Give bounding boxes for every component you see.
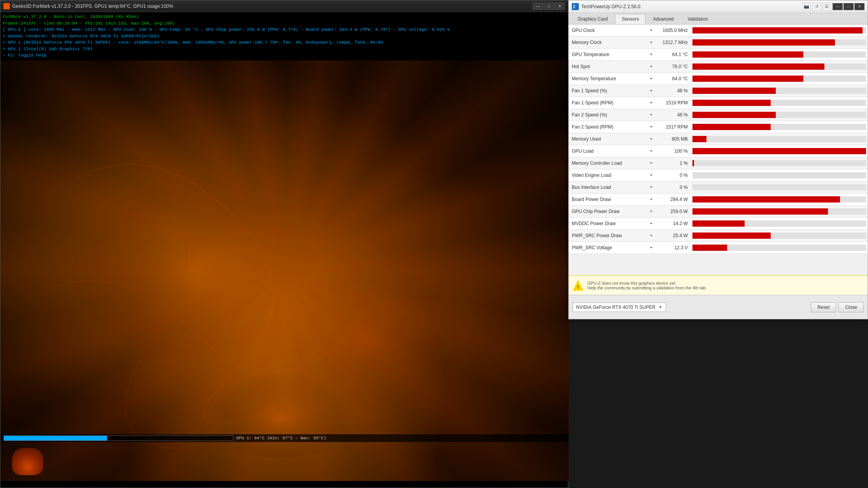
svg-text:Z: Z [573, 5, 575, 9]
sensor-value-16: 14.2 W [656, 221, 691, 226]
gpuz-window: Z TechPowerUp GPU-Z 2.56.0 📷 ↺ ☰ — □ ✕ G… [568, 0, 868, 319]
gpuz-minimize-button[interactable]: — [833, 3, 843, 10]
sensor-value-13: 0 % [656, 185, 691, 190]
sensor-dropdown-13[interactable] [647, 185, 656, 189]
sensor-dropdown-15[interactable] [647, 210, 656, 213]
sensor-name-6: Fan 1 Speed (RPM) [569, 100, 647, 106]
sensor-dropdown-16[interactable] [647, 222, 656, 226]
gpuz-toolbar: 📷 ↺ ☰ [802, 2, 833, 11]
sensor-dropdown-18[interactable] [647, 246, 656, 250]
gpuz-logo-icon: Z [572, 3, 579, 10]
sensor-bar-container-5 [692, 88, 866, 94]
svg-marker-11 [650, 102, 652, 104]
sensor-bar-container-14 [692, 196, 866, 203]
furmark-logo [4, 446, 51, 477]
furmark-titlebar: Geeks3D FurMark v1.37.2.0 - 201FPS, GPU1… [0, 0, 568, 12]
sensor-dropdown-10[interactable] [647, 149, 656, 153]
furmark-icon [4, 3, 10, 9]
svg-marker-9 [650, 78, 652, 79]
gpu-selector-text: NVIDIA GeForce RTX 4070 Ti SUPER [576, 305, 655, 310]
sensor-value-14: 284.4 W [656, 197, 691, 202]
gpu-temp-bar-fill [4, 436, 107, 440]
sensor-name-11: Memory Controller Load [569, 160, 647, 166]
tab-sensors[interactable]: Sensors [615, 14, 645, 24]
sensor-value-7: 48 % [656, 112, 691, 118]
sensor-row: Memory Used805 MB [569, 133, 868, 145]
sensor-value-10: 100 % [656, 148, 691, 154]
sensor-bar-11 [692, 160, 694, 166]
sensor-dropdown-7[interactable] [647, 113, 656, 117]
gpuz-warning-bar: GPU-Z does not know this graphics device… [569, 275, 868, 295]
sensor-row: Memory Controller Load1 % [569, 157, 868, 169]
gpuz-win-controls: — □ ✕ [833, 3, 864, 10]
tab-validation[interactable]: Validation [681, 14, 715, 24]
sensor-bar-container-15 [692, 208, 866, 215]
sensor-dropdown-14[interactable] [647, 197, 656, 201]
sensor-bar-15 [692, 208, 828, 215]
sensor-dropdown-1[interactable] [647, 41, 656, 44]
furmark-minimize-button[interactable]: — [533, 3, 543, 10]
svg-marker-10 [650, 90, 652, 92]
furmark-close-button[interactable]: ✕ [555, 3, 565, 10]
tab-graphics-card[interactable]: Graphics Card [571, 14, 614, 24]
sensor-bar-3 [692, 63, 824, 70]
svg-marker-14 [650, 138, 652, 140]
warning-icon [573, 280, 583, 291]
reset-button[interactable]: Reset [811, 302, 836, 312]
furmark-info-line7: - F1: toggle help [3, 52, 566, 59]
sensor-name-8: Fan 2 Speed (RPM) [569, 124, 647, 130]
furmark-info-line6: > GPU 2 (Intel(R) UHD Graphics 770) [3, 46, 566, 53]
sensor-name-3: Hot Spot [569, 64, 647, 69]
close-button[interactable]: Close [838, 302, 864, 312]
sensor-bar-17 [692, 233, 771, 239]
sensor-dropdown-2[interactable] [647, 53, 656, 56]
sensor-name-17: PWR_SRC Power Draw [569, 233, 647, 238]
sensor-dropdown-17[interactable] [647, 234, 656, 238]
gpuz-close-button[interactable]: ✕ [854, 3, 864, 10]
furmark-info-panel: FurMark v1.37.2.0 - Burn-in test, 1920x1… [0, 12, 568, 60]
sensor-dropdown-6[interactable] [647, 101, 656, 105]
sensor-bar-container-16 [692, 220, 866, 227]
sensor-dropdown-8[interactable] [647, 125, 656, 129]
sensor-row: Video Engine Load0 % [569, 169, 868, 181]
furmark-maximize-button[interactable]: □ [544, 3, 554, 10]
sensor-name-7: Fan 2 Speed (%) [569, 112, 647, 118]
svg-marker-8 [650, 66, 652, 67]
sensor-dropdown-5[interactable] [647, 89, 656, 93]
svg-marker-15 [650, 150, 652, 152]
sensor-row: Memory Temperature64.0 °C [569, 73, 868, 85]
sensor-bar-6 [692, 100, 771, 106]
svg-marker-6 [650, 42, 652, 43]
sensor-value-18: 12.3 V [656, 245, 691, 250]
sensor-dropdown-4[interactable] [647, 77, 656, 81]
sensor-bar-container-0 [692, 27, 866, 33]
furmark-info-line4: > OpenGL renderer: NVIDIA GeForce RTX 40… [3, 33, 566, 40]
sensor-bar-4 [692, 76, 803, 82]
sensor-bar-7 [692, 112, 776, 118]
sensor-dropdown-3[interactable] [647, 65, 656, 69]
sensor-bar-10 [692, 148, 866, 154]
furmark-info-line5: > GPU 1 (NVIDIA GeForce RTX 4070 Ti SUPE… [3, 39, 566, 46]
svg-marker-18 [650, 187, 652, 188]
menu-icon[interactable]: ☰ [822, 2, 831, 11]
sensor-row: MVDDC Power Draw14.2 W [569, 218, 868, 230]
sensor-bar-container-3 [692, 63, 866, 70]
sensor-dropdown-11[interactable] [647, 161, 656, 165]
sensor-dropdown-9[interactable] [647, 137, 656, 141]
sensor-row: Fan 1 Speed (RPM)1519 RPM [569, 97, 868, 109]
tab-advanced[interactable]: Advanced [646, 14, 680, 24]
sensor-dropdown-0[interactable] [647, 28, 656, 32]
sensor-bar-container-8 [692, 124, 866, 130]
gpu-temp-label: GPU 1: 64°C (min: 57°C - max: 65°C) [236, 436, 326, 440]
gpuz-maximize-button[interactable]: □ [843, 3, 854, 10]
sensor-row: Board Power Draw284.4 W [569, 194, 868, 206]
sensor-bar-container-13 [692, 184, 866, 190]
sensor-value-12: 0 % [656, 173, 691, 178]
screenshot-icon[interactable]: 📷 [802, 2, 811, 11]
sensor-bar-16 [692, 220, 745, 227]
sensor-value-11: 1 % [656, 160, 691, 166]
refresh-icon[interactable]: ↺ [812, 2, 821, 11]
sensor-dropdown-12[interactable] [647, 173, 656, 177]
gpu-selector-dropdown[interactable]: NVIDIA GeForce RTX 4070 Ti SUPER ▼ [573, 303, 666, 312]
furmark-window: Geeks3D FurMark v1.37.2.0 - 201FPS, GPU1… [0, 0, 568, 488]
